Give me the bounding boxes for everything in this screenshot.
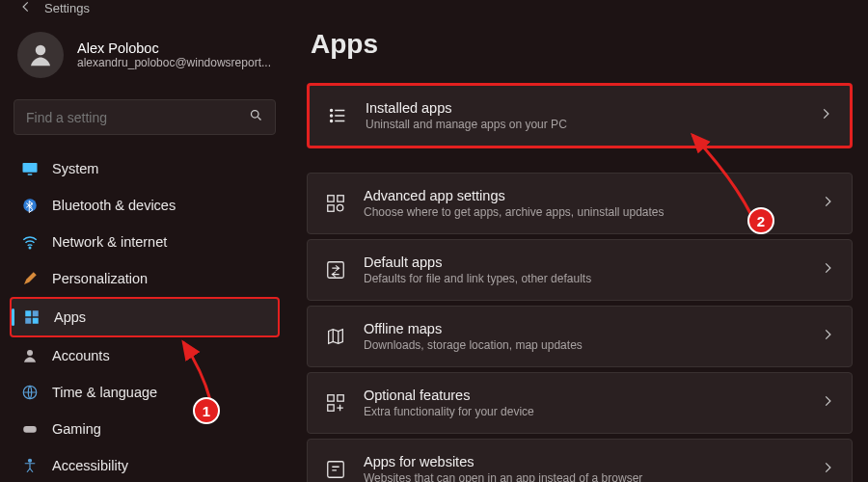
- svg-rect-21: [328, 262, 344, 279]
- card-title: Optional features: [364, 388, 803, 403]
- card-title: Offline maps: [364, 321, 803, 336]
- sidebar-item-label: Network & internet: [52, 234, 167, 250]
- svg-point-10: [27, 350, 33, 356]
- card-desc: Downloads, storage location, map updates: [364, 338, 803, 352]
- search-box[interactable]: [14, 99, 276, 135]
- user-name: Alex Poloboc: [77, 40, 271, 56]
- add-feature-icon: [325, 392, 346, 414]
- card-offline-maps[interactable]: Offline maps Downloads, storage location…: [307, 306, 853, 367]
- settings-window: Settings Alex Poloboc alexandru_poloboc@…: [0, 0, 868, 482]
- svg-point-16: [330, 120, 332, 121]
- chevron-right-icon: [819, 107, 832, 124]
- svg-rect-17: [328, 196, 334, 201]
- back-icon: [19, 0, 33, 16]
- card-text: Offline maps Downloads, storage location…: [364, 321, 803, 352]
- svg-rect-2: [23, 163, 38, 173]
- search-input[interactable]: [26, 110, 249, 125]
- card-text: Apps for websites Websites that can open…: [364, 454, 803, 482]
- svg-point-15: [330, 115, 332, 117]
- card-optional-features[interactable]: Optional features Extra functionality fo…: [307, 372, 853, 434]
- sidebar-item-label: Personalization: [52, 271, 148, 286]
- sidebar-item-gaming[interactable]: Gaming: [10, 411, 280, 447]
- svg-point-5: [29, 247, 31, 249]
- chevron-right-icon: [821, 394, 834, 412]
- card-apps-for-websites[interactable]: Apps for websites Websites that can open…: [307, 439, 853, 482]
- card-desc: Defaults for file and link types, other …: [364, 272, 803, 285]
- svg-rect-23: [338, 395, 343, 401]
- svg-rect-24: [328, 405, 334, 411]
- sidebar-item-apps[interactable]: Apps: [10, 297, 280, 337]
- search-icon: [249, 108, 263, 126]
- svg-point-20: [337, 204, 342, 210]
- apps-gear-icon: [325, 193, 346, 214]
- globe-clock-icon: [21, 384, 39, 401]
- breadcrumb-label: Settings: [44, 1, 90, 15]
- card-title: Apps for websites: [364, 454, 803, 469]
- sidebar-item-system[interactable]: System: [10, 150, 280, 187]
- brush-icon: [21, 270, 39, 287]
- gamepad-icon: [21, 420, 39, 438]
- person-icon: [21, 347, 39, 364]
- svg-rect-7: [33, 310, 39, 316]
- bluetooth-icon: [21, 197, 39, 214]
- card-desc: Extra functionality for your device: [364, 405, 803, 418]
- svg-rect-19: [328, 205, 334, 211]
- chevron-right-icon: [821, 328, 834, 345]
- sidebar-item-personalization[interactable]: Personalization: [10, 260, 280, 297]
- sidebar-item-label: Accessibility: [52, 458, 128, 473]
- sidebar-item-network[interactable]: Network & internet: [10, 224, 280, 260]
- sidebar-item-bluetooth[interactable]: Bluetooth & devices: [10, 187, 280, 224]
- arrows-swap-icon: [325, 259, 346, 281]
- card-title: Installed apps: [366, 100, 801, 116]
- apps-icon: [23, 308, 41, 326]
- svg-rect-9: [33, 318, 39, 324]
- svg-point-1: [252, 111, 259, 119]
- svg-rect-22: [328, 395, 334, 401]
- svg-rect-12: [23, 426, 37, 433]
- breadcrumb[interactable]: Settings: [10, 0, 280, 22]
- card-text: Default apps Defaults for file and link …: [364, 254, 803, 285]
- sidebar-item-label: Gaming: [52, 421, 101, 437]
- user-email: alexandru_poloboc@windowsreport...: [77, 56, 271, 69]
- nav-list: System Bluetooth & devices Network & int…: [10, 150, 280, 482]
- chevron-right-icon: [821, 195, 834, 212]
- list-icon: [327, 105, 348, 126]
- sidebar-item-accessibility[interactable]: Accessibility: [10, 447, 280, 482]
- svg-rect-6: [25, 310, 31, 316]
- card-title: Default apps: [364, 254, 803, 270]
- svg-rect-8: [25, 318, 31, 324]
- svg-point-0: [36, 45, 46, 56]
- annotation-badge-2: 2: [747, 207, 774, 234]
- main-pane: Apps Installed apps Uninstall and manage…: [289, 0, 868, 482]
- monitor-icon: [21, 160, 39, 177]
- chevron-right-icon: [821, 261, 834, 279]
- user-account-row[interactable]: Alex Poloboc alexandru_poloboc@windowsre…: [10, 22, 280, 95]
- avatar: [17, 32, 64, 78]
- card-default-apps[interactable]: Default apps Defaults for file and link …: [307, 239, 853, 301]
- user-text: Alex Poloboc alexandru_poloboc@windowsre…: [77, 40, 271, 69]
- sidebar: Settings Alex Poloboc alexandru_poloboc@…: [0, 0, 289, 482]
- wifi-icon: [21, 233, 39, 251]
- svg-rect-18: [338, 196, 343, 201]
- svg-point-14: [330, 109, 332, 111]
- app-link-icon: [325, 459, 346, 480]
- annotation-badge-1: 1: [193, 397, 220, 424]
- sidebar-item-label: Accounts: [52, 348, 110, 363]
- accessibility-icon: [21, 457, 39, 474]
- svg-rect-25: [328, 462, 344, 478]
- map-icon: [325, 326, 346, 347]
- sidebar-item-label: Time & language: [52, 385, 157, 400]
- svg-rect-3: [28, 174, 33, 175]
- page-title: Apps: [307, 6, 853, 83]
- card-text: Optional features Extra functionality fo…: [364, 388, 803, 418]
- sidebar-item-label: Bluetooth & devices: [52, 198, 176, 213]
- sidebar-item-label: System: [52, 161, 98, 176]
- card-desc: Websites that can open in an app instead…: [364, 471, 803, 482]
- chevron-right-icon: [821, 461, 834, 478]
- svg-point-13: [29, 459, 32, 462]
- sidebar-item-label: Apps: [54, 309, 86, 325]
